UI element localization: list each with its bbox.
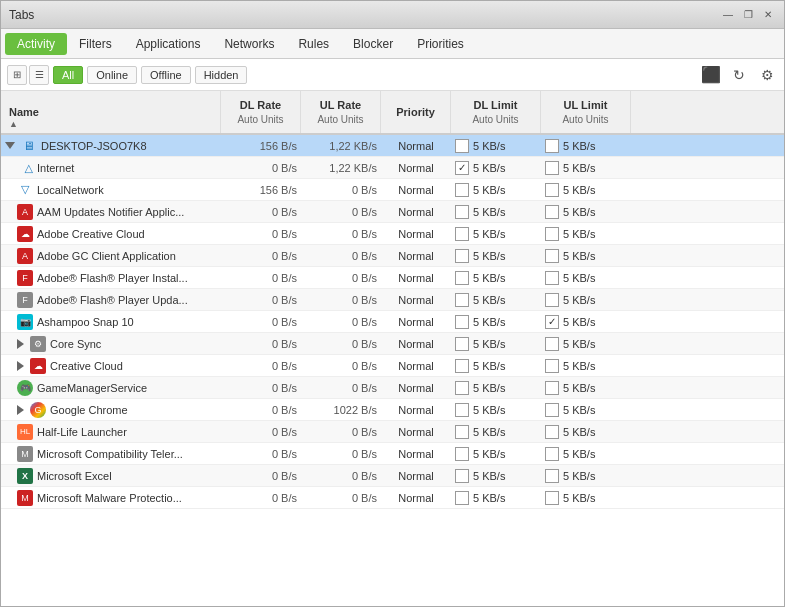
dl-limit-checkbox[interactable] <box>455 293 469 307</box>
td-dl-rate: 0 B/s <box>221 161 301 175</box>
ul-limit-checkbox[interactable] <box>545 293 559 307</box>
dl-limit-checkbox[interactable] <box>455 403 469 417</box>
tab-applications[interactable]: Applications <box>124 33 213 55</box>
ul-limit-checkbox[interactable] <box>545 227 559 241</box>
ul-limit-checkbox[interactable] <box>545 491 559 505</box>
td-dl-rate: 0 B/s <box>221 337 301 351</box>
table-row[interactable]: X Microsoft Excel 0 B/s 0 B/s Normal 5 K… <box>1 465 784 487</box>
ul-limit-checkbox[interactable] <box>545 249 559 263</box>
td-ul-limit: 5 KB/s <box>541 226 631 242</box>
tab-rules[interactable]: Rules <box>286 33 341 55</box>
list-view-icon[interactable]: ☰ <box>29 65 49 85</box>
table-row[interactable]: ☁ Adobe Creative Cloud 0 B/s 0 B/s Norma… <box>1 223 784 245</box>
table-row[interactable]: F Adobe® Flash® Player Upda... 0 B/s 0 B… <box>1 289 784 311</box>
table-row[interactable]: A Adobe GC Client Application 0 B/s 0 B/… <box>1 245 784 267</box>
td-dl-rate: 0 B/s <box>221 381 301 395</box>
table-row[interactable]: 🖥 DESKTOP-JSOO7K8 156 B/s 1,22 KB/s Norm… <box>1 135 784 157</box>
dl-limit-checkbox[interactable] <box>455 271 469 285</box>
tab-filters[interactable]: Filters <box>67 33 124 55</box>
ul-limit-checkbox[interactable] <box>545 447 559 461</box>
dl-limit-checkbox[interactable] <box>455 227 469 241</box>
ul-limit-checkbox[interactable] <box>545 425 559 439</box>
expand-icon[interactable] <box>17 361 24 371</box>
td-priority: Normal <box>381 359 451 373</box>
ul-limit-checkbox[interactable] <box>545 403 559 417</box>
ul-limit-checkbox[interactable] <box>545 183 559 197</box>
dl-limit-checkbox[interactable] <box>455 381 469 395</box>
dl-limit-value: 5 KB/s <box>473 360 505 372</box>
dl-limit-checkbox[interactable] <box>455 469 469 483</box>
settings-icon[interactable]: ⚙ <box>756 64 778 86</box>
table-row[interactable]: HL Half-Life Launcher 0 B/s 0 B/s Normal… <box>1 421 784 443</box>
td-ul-limit: 5 KB/s <box>541 424 631 440</box>
grid-view-icon[interactable]: ⊞ <box>7 65 27 85</box>
row-name: Google Chrome <box>50 404 128 416</box>
ul-limit-checkbox[interactable] <box>545 205 559 219</box>
filter-all-button[interactable]: All <box>53 66 83 84</box>
td-dl-limit: 5 KB/s <box>451 446 541 462</box>
refresh-icon[interactable]: ↻ <box>728 64 750 86</box>
tab-activity[interactable]: Activity <box>5 33 67 55</box>
ul-limit-checkbox[interactable] <box>545 359 559 373</box>
table-row[interactable]: A AAM Updates Notifier Applic... 0 B/s 0… <box>1 201 784 223</box>
td-priority: Normal <box>381 205 451 219</box>
table-row[interactable]: ▽ Internet 0 B/s 1,22 KB/s Normal 5 KB/s… <box>1 157 784 179</box>
filter-online-button[interactable]: Online <box>87 66 137 84</box>
tab-priorities[interactable]: Priorities <box>405 33 476 55</box>
dl-limit-checkbox[interactable] <box>455 359 469 373</box>
restore-button[interactable]: ❐ <box>740 7 756 23</box>
minimize-button[interactable]: — <box>720 7 736 23</box>
ul-limit-checkbox[interactable] <box>545 469 559 483</box>
table-row[interactable]: 🎮 GameManagerService 0 B/s 0 B/s Normal … <box>1 377 784 399</box>
table-row[interactable]: G Google Chrome 0 B/s 1022 B/s Normal 5 … <box>1 399 784 421</box>
ul-limit-checkbox[interactable] <box>545 315 559 329</box>
ul-limit-checkbox[interactable] <box>545 271 559 285</box>
td-ul-rate: 0 B/s <box>301 271 381 285</box>
app-icon: A <box>17 248 33 264</box>
td-name: F Adobe® Flash® Player Upda... <box>1 291 221 309</box>
row-name: Microsoft Excel <box>37 470 112 482</box>
row-name: Creative Cloud <box>50 360 123 372</box>
ul-limit-checkbox[interactable] <box>545 381 559 395</box>
th-dl-limit[interactable]: DL Limit Auto Units <box>451 91 541 133</box>
dl-limit-checkbox[interactable] <box>455 337 469 351</box>
th-ul-rate[interactable]: UL Rate Auto Units <box>301 91 381 133</box>
ul-limit-checkbox[interactable] <box>545 161 559 175</box>
ul-limit-value: 5 KB/s <box>563 470 595 482</box>
dl-limit-checkbox[interactable] <box>455 425 469 439</box>
dl-limit-checkbox[interactable] <box>455 161 469 175</box>
dl-limit-checkbox[interactable] <box>455 139 469 153</box>
th-name[interactable]: Name ▲ <box>1 91 221 133</box>
ul-limit-checkbox[interactable] <box>545 139 559 153</box>
tab-networks[interactable]: Networks <box>212 33 286 55</box>
dl-limit-value: 5 KB/s <box>473 206 505 218</box>
stop-icon[interactable]: ⬛ <box>700 64 722 86</box>
dl-limit-checkbox[interactable] <box>455 249 469 263</box>
td-priority: Normal <box>381 381 451 395</box>
table-row[interactable]: ⚙ Core Sync 0 B/s 0 B/s Normal 5 KB/s 5 … <box>1 333 784 355</box>
table-row[interactable]: ▽ LocalNetwork 156 B/s 0 B/s Normal 5 KB… <box>1 179 784 201</box>
expand-icon[interactable] <box>5 142 15 149</box>
expand-icon[interactable] <box>17 339 24 349</box>
table-row[interactable]: F Adobe® Flash® Player Instal... 0 B/s 0… <box>1 267 784 289</box>
table-row[interactable]: M Microsoft Compatibility Teler... 0 B/s… <box>1 443 784 465</box>
dl-limit-checkbox[interactable] <box>455 183 469 197</box>
filter-offline-button[interactable]: Offline <box>141 66 191 84</box>
table-row[interactable]: M Microsoft Malware Protectio... 0 B/s 0… <box>1 487 784 509</box>
dl-limit-checkbox[interactable] <box>455 205 469 219</box>
table-row[interactable]: 📷 Ashampoo Snap 10 0 B/s 0 B/s Normal 5 … <box>1 311 784 333</box>
tab-blocker[interactable]: Blocker <box>341 33 405 55</box>
dl-limit-checkbox[interactable] <box>455 315 469 329</box>
th-dl-rate[interactable]: DL Rate Auto Units <box>221 91 301 133</box>
th-ul-limit[interactable]: UL Limit Auto Units <box>541 91 631 133</box>
dl-limit-checkbox[interactable] <box>455 447 469 461</box>
td-ul-rate: 0 B/s <box>301 359 381 373</box>
th-priority[interactable]: Priority <box>381 91 451 133</box>
ul-limit-checkbox[interactable] <box>545 337 559 351</box>
expand-icon[interactable] <box>17 405 24 415</box>
close-button[interactable]: ✕ <box>760 7 776 23</box>
filter-hidden-button[interactable]: Hidden <box>195 66 248 84</box>
table-row[interactable]: ☁ Creative Cloud 0 B/s 0 B/s Normal 5 KB… <box>1 355 784 377</box>
dl-limit-value: 5 KB/s <box>473 162 505 174</box>
dl-limit-checkbox[interactable] <box>455 491 469 505</box>
